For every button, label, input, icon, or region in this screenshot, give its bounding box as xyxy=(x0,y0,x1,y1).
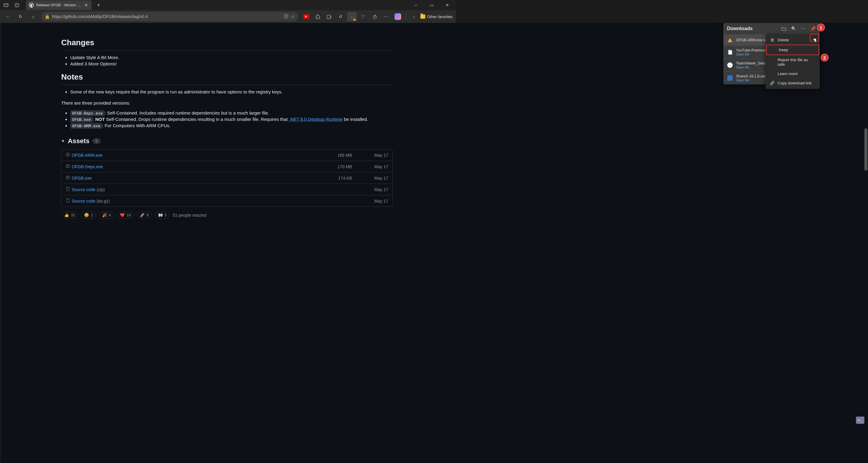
share-icon[interactable] xyxy=(370,12,380,22)
asset-date: May 17 xyxy=(352,187,388,192)
asset-size: 174 KB xyxy=(316,176,352,181)
titlebar: Release OFGB - Version 0.4 · xM4… ✕ + ─ … xyxy=(0,0,456,10)
favorites-expand-icon[interactable]: › xyxy=(409,12,418,22)
assets-table: OFGB-ARM.exe 166 MB May 17 OFGB-Deps.exe… xyxy=(61,149,393,207)
page-content: Changes Update Style A Bit More. Added 3… xyxy=(1,23,456,243)
asset-date: May 17 xyxy=(352,153,388,158)
copilot-icon[interactable] xyxy=(393,12,403,22)
asset-size: 170 MB xyxy=(316,164,352,169)
folder-icon xyxy=(421,14,425,19)
maximize-button[interactable]: ▭ xyxy=(425,1,438,10)
url-text: https://github.com/xM4ddy/OFGB/releases/… xyxy=(52,14,281,19)
extensions-icon[interactable] xyxy=(313,12,322,22)
asset-link[interactable]: OFGB-ARM.exe xyxy=(72,153,102,158)
asset-date: May 17 xyxy=(352,176,388,181)
favorite-star-icon[interactable]: ☆ xyxy=(291,14,295,19)
reaction-pill[interactable]: ❤️16 xyxy=(117,212,134,219)
reaction-pill[interactable]: 🚀6 xyxy=(137,212,152,219)
browser-tab[interactable]: Release OFGB - Version 0.4 · xM4… ✕ xyxy=(26,0,92,10)
other-favorites-label: Other favorites xyxy=(427,14,453,19)
svg-rect-3 xyxy=(16,4,19,7)
code-inline: OFGB.exe xyxy=(70,117,93,122)
assets-label: Assets xyxy=(68,137,90,145)
code-inline: OFGB-ARM.exe xyxy=(70,123,102,129)
dotnet-link[interactable]: .NET 8.0 Desktop Runtime xyxy=(289,117,343,122)
asset-type-icon xyxy=(66,198,70,204)
back-button[interactable]: ← xyxy=(3,12,13,22)
profile-icon[interactable] xyxy=(2,1,10,9)
caret-down-icon: ▼ xyxy=(61,139,65,143)
asset-size: 166 MB xyxy=(316,153,352,158)
note-item: Some of the new keys require that the pr… xyxy=(70,89,393,94)
asset-row: OFGB-ARM.exe 166 MB May 17 xyxy=(61,150,393,161)
svg-rect-7 xyxy=(327,15,330,19)
asset-link[interactable]: OFGB.exe xyxy=(72,176,92,181)
history-icon[interactable]: ↺ xyxy=(336,12,345,22)
tab-title: Release OFGB - Version 0.4 · xM4… xyxy=(36,3,82,7)
reacted-text: 51 people reacted xyxy=(173,213,207,218)
asset-type-icon xyxy=(66,164,70,169)
asset-type-icon xyxy=(66,176,70,181)
reader-icon[interactable] xyxy=(284,14,288,20)
downloads-button[interactable]: ↓ xyxy=(347,12,357,22)
svg-rect-4 xyxy=(284,14,288,18)
asset-type-icon xyxy=(66,153,70,158)
change-item: Added 3 More Options! xyxy=(70,61,393,66)
code-inline: OFGB-Deps.exe xyxy=(70,110,104,116)
new-tab-button[interactable]: + xyxy=(97,2,100,8)
address-bar[interactable]: 🔒 https://github.com/xM4ddy/OFGB/release… xyxy=(41,12,299,22)
reaction-pill[interactable]: 🎉4 xyxy=(99,212,114,219)
close-window-button[interactable]: ✕ xyxy=(441,1,454,10)
refresh-button[interactable]: ↻ xyxy=(16,12,25,22)
reaction-pill[interactable]: 👀5 xyxy=(155,212,170,219)
change-item: Update Style A Bit More. xyxy=(70,55,393,60)
asset-row: Source code (zip) May 17 xyxy=(61,184,393,195)
asset-date: May 17 xyxy=(352,198,388,204)
home-button[interactable]: ⌂ xyxy=(28,12,38,22)
close-tab-icon[interactable]: ✕ xyxy=(84,2,89,8)
workspaces-icon[interactable] xyxy=(13,1,21,9)
assets-count: 5 xyxy=(93,138,101,144)
asset-link[interactable]: OFGB-Deps.exe xyxy=(72,164,103,169)
reaction-pill[interactable]: 😄2 xyxy=(81,212,96,219)
lock-icon: 🔒 xyxy=(44,14,50,19)
asset-link[interactable]: Source code (zip) xyxy=(72,187,105,192)
asset-link[interactable]: Source code (tar.gz) xyxy=(72,198,110,204)
divider xyxy=(406,13,406,20)
asset-type-icon xyxy=(66,187,70,192)
reactions-bar: 👍32😄2🎉4❤️16🚀6👀551 people reacted xyxy=(61,212,393,219)
navbar: ← ↻ ⌂ 🔒 https://github.com/xM4ddy/OFGB/r… xyxy=(0,10,456,23)
changes-heading: Changes xyxy=(61,38,393,51)
asset-row: OFGB.exe 174 KB May 17 xyxy=(61,173,393,184)
notes-heading: Notes xyxy=(61,72,393,85)
github-favicon-icon xyxy=(29,3,34,7)
asset-row: OFGB-Deps.exe 170 MB May 17 xyxy=(61,161,393,173)
versions-intro: There are three provided versions: xyxy=(61,100,393,105)
version-item: OFGB-ARM.exe: For Computers With ARM CPU… xyxy=(70,123,393,128)
version-item: OFGB-Deps.exe: Self-Contained. Includes … xyxy=(70,110,393,116)
collections-icon[interactable] xyxy=(324,12,334,22)
asset-row: Source code (tar.gz) May 17 xyxy=(61,195,393,207)
performance-icon[interactable]: ♡ xyxy=(359,12,368,22)
version-item: OFGB.exe: NOT Self-Contained. Drops runt… xyxy=(70,117,393,122)
asset-date: May 17 xyxy=(352,164,388,169)
other-favorites-folder[interactable]: Other favorites xyxy=(421,14,453,19)
minimize-button[interactable]: ─ xyxy=(409,1,423,10)
svg-rect-0 xyxy=(4,4,8,7)
assets-header[interactable]: ▼ Assets 5 xyxy=(61,137,393,145)
youtube-ext-icon[interactable] xyxy=(301,12,311,22)
more-menu-icon[interactable]: ⋯ xyxy=(381,12,391,22)
reaction-pill[interactable]: 👍32 xyxy=(61,212,78,219)
